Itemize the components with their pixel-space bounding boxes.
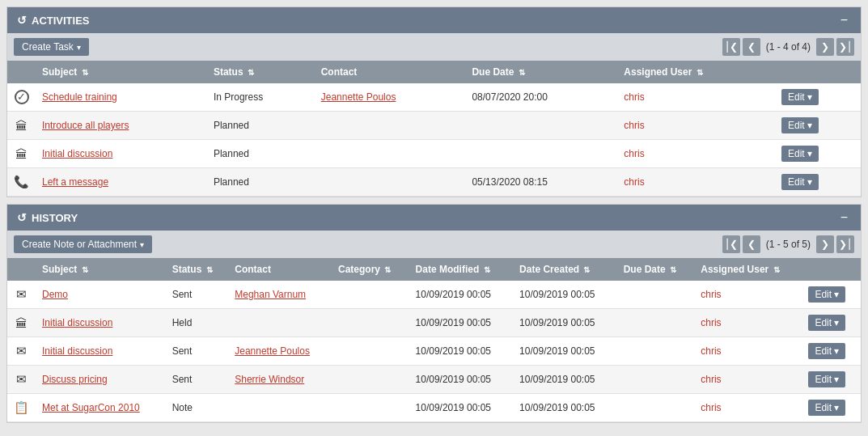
row-contact — [315, 168, 466, 197]
edit-button[interactable]: Edit ▾ — [808, 286, 845, 303]
edit-caret: ▾ — [834, 317, 839, 328]
activities-col-status: Status ⇅ — [207, 61, 315, 83]
assigned-user-sort-icon[interactable]: ⇅ — [697, 68, 703, 77]
history-col-date-created: Date Created ⇅ — [513, 258, 617, 281]
subject-link[interactable]: Initial discussion — [42, 345, 112, 357]
assigned-user-link[interactable]: chris — [701, 374, 721, 385]
edit-button[interactable]: Edit ▾ — [808, 400, 845, 416]
assigned-user-link[interactable]: chris — [701, 289, 721, 300]
subject-link[interactable]: Discuss pricing — [42, 374, 108, 385]
due-date-sort-icon[interactable]: ⇅ — [519, 68, 525, 77]
row-category — [332, 394, 409, 422]
history-minimize-btn[interactable]: − — [837, 211, 851, 224]
edit-button[interactable]: Edit ▾ — [808, 371, 845, 387]
status-sort-icon[interactable]: ⇅ — [248, 68, 254, 77]
edit-button[interactable]: Edit ▾ — [781, 174, 819, 190]
category-sort-icon[interactable]: ⇅ — [384, 265, 391, 274]
row-date-created: 10/09/2019 00:05 — [513, 281, 617, 309]
history-last-page-btn[interactable]: ❯⎮ — [836, 235, 854, 253]
edit-button[interactable]: Edit ▾ — [781, 117, 819, 133]
subject-link[interactable]: Met at SugarCon 2010 — [42, 402, 140, 413]
h-status-sort-icon[interactable]: ⇅ — [206, 265, 213, 274]
activities-first-page-btn[interactable]: ⎮❮ — [722, 38, 740, 56]
edit-button[interactable]: Edit ▾ — [808, 315, 845, 331]
subject-link[interactable]: Schedule training — [42, 91, 117, 103]
row-date-modified: 10/09/2019 00:05 — [409, 337, 514, 366]
row-subject: Initial discussion — [36, 140, 207, 168]
contact-link[interactable]: Jeannette Poulos — [321, 91, 396, 103]
row-assigned-user: chris — [617, 83, 775, 112]
contact-link[interactable]: Jeannette Poulos — [235, 345, 310, 357]
row-status: Planned — [207, 140, 315, 168]
row-icon: ✉ — [7, 366, 36, 394]
subject-link[interactable]: Initial discussion — [42, 317, 112, 328]
row-due-date: 05/13/2020 08:15 — [465, 168, 617, 197]
row-category — [332, 337, 409, 366]
history-table: Subject ⇅ Status ⇅ Contact Category ⇅ Da… — [7, 258, 861, 422]
history-pagination: ⎮❮ ❮ (1 - 5 of 5) ❯ ❯⎮ — [722, 235, 854, 253]
row-date-created: 10/09/2019 00:05 — [513, 337, 617, 366]
activities-last-page-btn[interactable]: ❯⎮ — [836, 38, 854, 56]
activities-next-page-btn[interactable]: ❯ — [816, 38, 834, 56]
history-first-page-btn[interactable]: ⎮❮ — [722, 235, 740, 253]
activities-prev-page-btn[interactable]: ❮ — [743, 38, 760, 56]
date-created-sort-icon[interactable]: ⇅ — [583, 265, 590, 274]
activities-table-header-row: Subject ⇅ Status ⇅ Contact Due Date ⇅ As… — [7, 61, 861, 83]
edit-button[interactable]: Edit ▾ — [781, 89, 819, 105]
h-assigned-user-sort-icon[interactable]: ⇅ — [773, 265, 780, 274]
contact-link[interactable]: Sherrie Windsor — [235, 374, 304, 385]
assigned-user-link[interactable]: chris — [701, 345, 721, 357]
h-subject-sort-icon[interactable]: ⇅ — [82, 265, 88, 274]
row-subject: Discuss pricing — [36, 366, 166, 394]
edit-button[interactable]: Edit ▾ — [808, 343, 845, 359]
date-modified-sort-icon[interactable]: ⇅ — [484, 265, 490, 274]
create-note-button[interactable]: Create Note or Attachment ▾ — [14, 235, 152, 253]
h-due-date-sort-icon[interactable]: ⇅ — [670, 265, 676, 274]
history-next-page-btn[interactable]: ❯ — [816, 235, 834, 253]
subject-link[interactable]: Introduce all players — [42, 120, 129, 131]
subject-link[interactable]: Demo — [42, 289, 68, 300]
edit-button[interactable]: Edit ▾ — [781, 146, 819, 162]
contact-link[interactable]: Meghan Varnum — [235, 289, 306, 300]
edit-caret: ▾ — [834, 345, 839, 357]
row-contact — [228, 309, 332, 337]
row-icon: ✓ — [7, 83, 36, 112]
activities-table: Subject ⇅ Status ⇅ Contact Due Date ⇅ As… — [7, 61, 861, 197]
create-task-button[interactable]: Create Task ▾ — [14, 38, 89, 56]
subject-link[interactable]: Left a message — [42, 176, 108, 188]
history-col-subject: Subject ⇅ — [36, 258, 166, 281]
row-subject: Initial discussion — [36, 309, 166, 337]
activities-table-row: 📞 Left a message Planned 05/13/2020 08:1… — [7, 168, 861, 197]
create-note-caret: ▾ — [140, 240, 144, 249]
row-icon: 🏛 — [7, 309, 36, 337]
activities-panel: ↺ ACTIVITIES − Create Task ▾ ⎮❮ ❮ (1 - 4… — [6, 6, 862, 197]
assigned-user-link[interactable]: chris — [701, 317, 721, 328]
edit-caret: ▾ — [807, 176, 812, 188]
row-status: In Progress — [207, 83, 315, 112]
activities-minimize-btn[interactable]: − — [837, 14, 851, 27]
history-table-row: 🏛 Initial discussion Held 10/09/2019 00:… — [7, 309, 861, 337]
assigned-user-link[interactable]: chris — [624, 176, 644, 188]
row-assigned-user: chris — [694, 366, 802, 394]
assigned-user-link[interactable]: chris — [624, 91, 644, 103]
history-table-header-row: Subject ⇅ Status ⇅ Contact Category ⇅ Da… — [7, 258, 861, 281]
row-subject: Initial discussion — [36, 337, 166, 366]
row-due-date — [617, 394, 695, 422]
row-subject: Introduce all players — [36, 112, 207, 140]
row-assigned-user: chris — [694, 337, 802, 366]
assigned-user-link[interactable]: chris — [624, 120, 644, 131]
history-col-date-modified: Date Modified ⇅ — [409, 258, 514, 281]
history-panel: ↺ HISTORY − Create Note or Attachment ▾ … — [6, 204, 862, 423]
row-status: Sent — [166, 337, 229, 366]
row-status: Note — [166, 394, 229, 422]
history-prev-page-btn[interactable]: ❮ — [743, 235, 760, 253]
assigned-user-link[interactable]: chris — [624, 148, 644, 159]
subject-sort-icon[interactable]: ⇅ — [82, 68, 88, 77]
activities-toolbar: Create Task ▾ ⎮❮ ❮ (1 - 4 of 4) ❯ ❯⎮ — [7, 33, 861, 61]
row-edit-cell: Edit ▾ — [802, 394, 861, 422]
history-title: HISTORY — [32, 212, 78, 224]
row-status: Sent — [166, 281, 229, 309]
row-assigned-user: chris — [694, 394, 802, 422]
subject-link[interactable]: Initial discussion — [42, 148, 112, 159]
assigned-user-link[interactable]: chris — [701, 402, 721, 413]
